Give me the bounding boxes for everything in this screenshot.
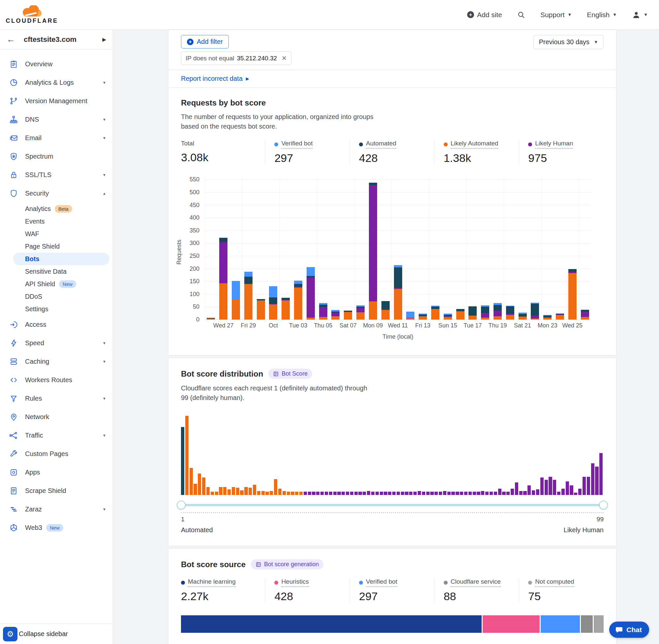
settings-gear-button[interactable]: ⚙: [3, 627, 18, 641]
sidebar-item-caching[interactable]: Caching▾: [0, 352, 113, 371]
filter-chip[interactable]: IP does not equal 35.212.240.32 ✕: [181, 51, 291, 65]
sidebar-footer: ⚙ Collapse sidebar: [0, 624, 113, 644]
stat-label[interactable]: Automated: [366, 140, 396, 149]
histogram-bar: [244, 487, 248, 495]
add-site-button[interactable]: + Add site: [467, 11, 502, 19]
site-switcher[interactable]: ← cftestsite3.com ▶: [0, 30, 113, 49]
stat-likely-human: Likely Human975: [519, 140, 604, 164]
chevron-down-icon: ▾: [103, 433, 105, 438]
sidebar-item-apps[interactable]: Apps: [0, 463, 113, 481]
sidebar-item-page-shield[interactable]: Page Shield: [0, 240, 113, 253]
report-incorrect-data-link[interactable]: Report incorrect data ▶: [181, 75, 249, 83]
bar-segment-likely-automated: [406, 318, 415, 320]
date-range-dropdown[interactable]: Previous 30 days ▼: [534, 35, 604, 49]
sidebar-item-traffic[interactable]: Traffic▾: [0, 426, 113, 444]
docs-icon: [256, 561, 261, 568]
sidebar-item-security[interactable]: Security▴: [0, 184, 113, 203]
web3-icon: [9, 523, 18, 532]
sidebar-item-spectrum[interactable]: Spectrum: [0, 147, 113, 165]
sidebar-item-rules[interactable]: Rules▾: [0, 389, 113, 408]
remove-filter-icon[interactable]: ✕: [282, 54, 287, 62]
stacked-bar: [556, 314, 564, 320]
histogram-bar: [350, 492, 353, 495]
slider-track[interactable]: [181, 504, 604, 506]
sidebar-item-waf[interactable]: WAF: [0, 228, 113, 240]
sidebar-item-label: WAF: [25, 230, 39, 238]
stat-label[interactable]: Cloudflare service: [451, 578, 501, 587]
sidebar-item-ssl-tls[interactable]: SSL/TLS▾: [0, 165, 113, 184]
stat-label[interactable]: Verified bot: [281, 140, 312, 149]
histogram-bar: [460, 492, 463, 495]
sidebar-item-analytics[interactable]: AnalyticsBeta: [0, 203, 113, 215]
support-menu[interactable]: Support ▼: [540, 11, 572, 19]
sidebar-item-access[interactable]: Access: [0, 315, 113, 334]
histogram-bar: [574, 493, 577, 495]
histogram-bar: [409, 492, 413, 495]
stat-value: 2.27k: [181, 590, 262, 603]
sidebar-item-ddos[interactable]: DDoS: [0, 290, 113, 303]
sidebar-item-zaraz[interactable]: Zaraz▾: [0, 500, 113, 519]
sidebar-item-events[interactable]: Events: [0, 215, 113, 228]
chat-button[interactable]: Chat: [609, 622, 649, 638]
sidebar-item-bots[interactable]: Bots: [13, 253, 110, 265]
sidebar-item-speed[interactable]: Speed▾: [0, 334, 113, 352]
bot-score-source-card: Bot score source Bot score generation Ma…: [168, 548, 616, 644]
histogram-bar: [265, 492, 269, 495]
sidebar-item-web3[interactable]: Web3New: [0, 519, 113, 537]
stat-label[interactable]: Likely Automated: [451, 140, 498, 149]
sidebar-item-label: Speed: [25, 339, 44, 347]
sidebar-item-dns[interactable]: DNS▾: [0, 110, 113, 129]
stat-value: 428: [359, 152, 431, 164]
histogram-bar: [426, 492, 429, 495]
sidebar-item-workers-routes[interactable]: Workers Routes: [0, 371, 113, 389]
sidebar-item-email[interactable]: Email▾: [0, 129, 113, 147]
sidebar-item-settings[interactable]: Settings: [0, 303, 113, 315]
sidebar-item-scrape-shield[interactable]: Scrape Shield: [0, 481, 113, 500]
bar-segment-automated: [319, 305, 327, 307]
slider-handle-min[interactable]: [177, 501, 186, 509]
histogram-bar: [434, 492, 438, 495]
filter-chip-value: 35.212.240.32: [237, 55, 277, 62]
sidebar-item-label: API Shield: [25, 280, 55, 288]
sidebar-item-analytics-logs[interactable]: Analytics & Logs▾: [0, 73, 113, 92]
sidebar-item-version-management[interactable]: Version Management: [0, 92, 113, 110]
stat-label[interactable]: Not computed: [535, 578, 574, 587]
search-button[interactable]: [517, 11, 525, 19]
histogram-bar: [548, 477, 552, 495]
sidebar-item-custom-pages[interactable]: Custom Pages: [0, 444, 113, 463]
stacked-bar: [419, 314, 427, 320]
histogram-bar: [566, 481, 569, 495]
histogram-bar: [291, 492, 294, 495]
chevron-right-icon[interactable]: ▶: [102, 37, 106, 43]
bot-score-badge[interactable]: Bot Score: [268, 369, 312, 379]
histogram-bar: [346, 492, 349, 495]
histogram-bar: [362, 492, 366, 495]
language-menu[interactable]: English ▼: [587, 11, 617, 19]
stat-label[interactable]: Heuristics: [281, 578, 309, 587]
collapse-sidebar-button[interactable]: Collapse sidebar: [19, 630, 68, 638]
sidebar-item-sensitive-data[interactable]: Sensitive Data: [0, 265, 113, 278]
histogram-bar: [485, 492, 489, 495]
bot-score-distribution-card: Bot score distribution Bot Score Cloudfl…: [168, 358, 616, 546]
back-arrow-icon[interactable]: ←: [6, 34, 15, 45]
stacked-bar: [456, 309, 465, 320]
stat-label[interactable]: Likely Human: [535, 140, 573, 149]
cloudflare-logo[interactable]: CLOUDFLARE: [7, 5, 57, 24]
sidebar-item-network[interactable]: Network: [0, 408, 113, 426]
account-menu[interactable]: ▼: [632, 10, 648, 19]
sidebar-item-api-shield[interactable]: API ShieldNew: [0, 278, 113, 290]
sidebar-item-overview[interactable]: Overview: [0, 55, 113, 73]
bot-score-generation-badge[interactable]: Bot score generation: [251, 559, 323, 570]
stat-label[interactable]: Machine learning: [188, 578, 236, 587]
add-filter-button[interactable]: + Add filter: [181, 35, 229, 48]
bar-segment-likely-human: [356, 308, 364, 312]
bar-segment-automated: [519, 314, 527, 317]
brand-wordmark: CLOUDFLARE: [6, 18, 58, 24]
slider-handle-max[interactable]: [599, 501, 608, 509]
bar-segment-likely-automated: [232, 299, 240, 320]
stat-value: 975: [528, 152, 600, 164]
gridline: [280, 178, 280, 320]
stat-label[interactable]: Verified bot: [366, 578, 397, 587]
stacked-bar: [356, 305, 364, 320]
gridline: [541, 178, 542, 320]
